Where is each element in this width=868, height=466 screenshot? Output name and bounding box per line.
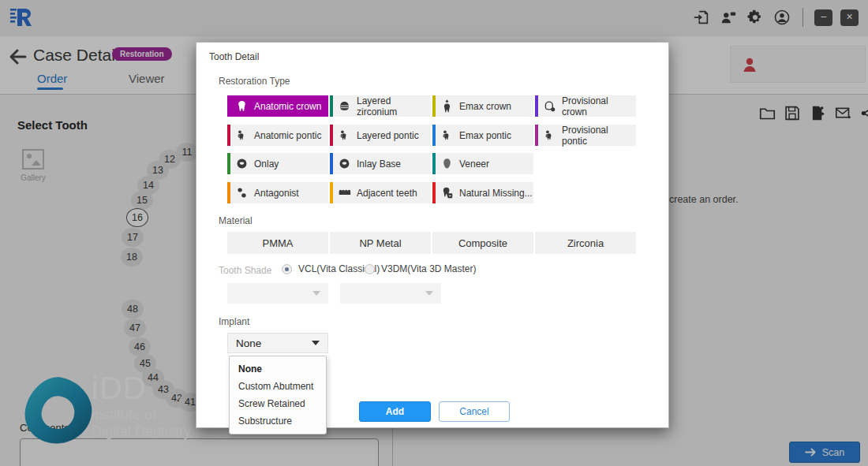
restoration-emax-crown[interactable]: Emax crown (432, 95, 533, 117)
accent-bar (535, 95, 538, 117)
chevron-down-icon (312, 341, 320, 345)
accent-bar (330, 95, 333, 117)
material-composite[interactable]: Composite (432, 232, 533, 254)
material-pmma[interactable]: PMMA (227, 232, 328, 254)
chevron-down-icon (425, 291, 433, 296)
shade-dropdown-2[interactable] (340, 283, 441, 304)
antagonist-icon (235, 186, 249, 199)
missing-icon (440, 186, 454, 199)
accent-bar (432, 153, 436, 174)
restoration-label: Provisional crown (562, 95, 636, 117)
pontic-icon (338, 129, 351, 142)
radio-unchecked-icon (365, 264, 375, 274)
accent-bar (227, 95, 230, 117)
restoration-onlay[interactable]: Onlay (227, 153, 328, 174)
accent-bar (330, 182, 333, 203)
application-window: − × Case Detail Restoration Order Viewer… (0, 0, 868, 466)
accent-bar (330, 153, 333, 174)
restoration-label: Veneer (459, 158, 489, 170)
restoration-provisional-pontic[interactable]: Provisional pontic (535, 125, 636, 146)
crown-icon (235, 99, 249, 113)
restoration-antagonist[interactable]: Antagonist (227, 182, 328, 203)
restoration-label: Adjacent teeth (357, 188, 417, 199)
emax-icon (440, 99, 454, 113)
restoration-veneer[interactable]: Veneer (432, 153, 533, 174)
shade-option-v3dm[interactable]: V3DM(Vita 3D Master) (365, 263, 476, 274)
pontic-icon (235, 129, 249, 142)
restoration-natural-missing[interactable]: Natural Missing... (432, 182, 533, 203)
restoration-label: Onlay (254, 158, 279, 170)
restoration-label: Anatomic pontic (254, 130, 321, 141)
layered-icon (338, 99, 351, 113)
restoration-layered-pontic[interactable]: Layered pontic (330, 125, 431, 146)
implant-dropdown-value: None (236, 337, 261, 349)
restoration-label: Emax pontic (459, 130, 511, 141)
restoration-emax-pontic[interactable]: Emax pontic (432, 125, 533, 146)
pontic-icon (543, 129, 556, 142)
restoration-label: Natural Missing... (459, 188, 533, 199)
restoration-label: Emax crown (459, 101, 511, 112)
accent-bar (227, 125, 230, 146)
material-label: Material (219, 215, 253, 226)
accent-bar (227, 153, 230, 174)
accent-bar (330, 125, 333, 146)
radio-checked-icon (282, 264, 292, 274)
accent-bar (432, 95, 436, 117)
onlay-icon (235, 157, 249, 170)
cancel-button[interactable]: Cancel (439, 401, 510, 422)
restoration-provisional-crown[interactable]: Provisional crown (535, 95, 636, 117)
restoration-label: Layered zirconium (357, 95, 431, 117)
implant-dropdown[interactable]: None (227, 333, 328, 353)
add-button[interactable]: Add (359, 401, 431, 422)
restoration-label: Anatomic crown (254, 101, 321, 112)
tooth-detail-dialog: Tooth Detail Restoration Type Anatomic c… (196, 42, 669, 428)
provisional-icon (543, 99, 556, 113)
restoration-type-label: Restoration Type (219, 76, 290, 87)
implant-option-none[interactable]: None (230, 360, 326, 378)
tooth-shade-label: Tooth Shade (219, 265, 271, 276)
accent-bar (432, 182, 436, 203)
adjacent-icon (338, 186, 351, 199)
shade-option-label: V3DM(Vita 3D Master) (381, 263, 476, 274)
veneer-icon (440, 157, 454, 170)
restoration-inlay-base[interactable]: Inlay Base (330, 153, 431, 174)
restoration-label: Layered pontic (357, 130, 419, 141)
pontic-icon (440, 129, 454, 142)
material-zirconia[interactable]: Zirconia (535, 232, 636, 254)
accent-bar (535, 125, 538, 146)
dialog-title: Tooth Detail (209, 51, 259, 62)
chevron-down-icon (312, 291, 320, 296)
restoration-layered-zirconium[interactable]: Layered zirconium (330, 95, 431, 117)
material-np-metal[interactable]: NP Metal (330, 232, 431, 254)
onlay-icon (338, 157, 351, 170)
restoration-label: Inlay Base (357, 158, 401, 170)
accent-bar (227, 182, 230, 203)
shade-dropdown-1[interactable] (227, 283, 328, 304)
implant-option-substructure[interactable]: Substructure (230, 412, 326, 430)
implant-label: Implant (219, 316, 249, 327)
restoration-adjacent-teeth[interactable]: Adjacent teeth (330, 182, 431, 203)
accent-bar (432, 125, 436, 146)
restoration-label: Provisional pontic (562, 125, 636, 147)
implant-dropdown-menu: NoneCustom AbutmentScrew RetainedSubstru… (229, 356, 327, 434)
implant-option-custom-abutment[interactable]: Custom Abutment (230, 378, 326, 395)
restoration-label: Antagonist (254, 188, 299, 199)
implant-option-screw-retained[interactable]: Screw Retained (230, 395, 326, 412)
restoration-anatomic-pontic[interactable]: Anatomic pontic (227, 125, 328, 146)
restoration-anatomic-crown[interactable]: Anatomic crown (227, 95, 328, 117)
